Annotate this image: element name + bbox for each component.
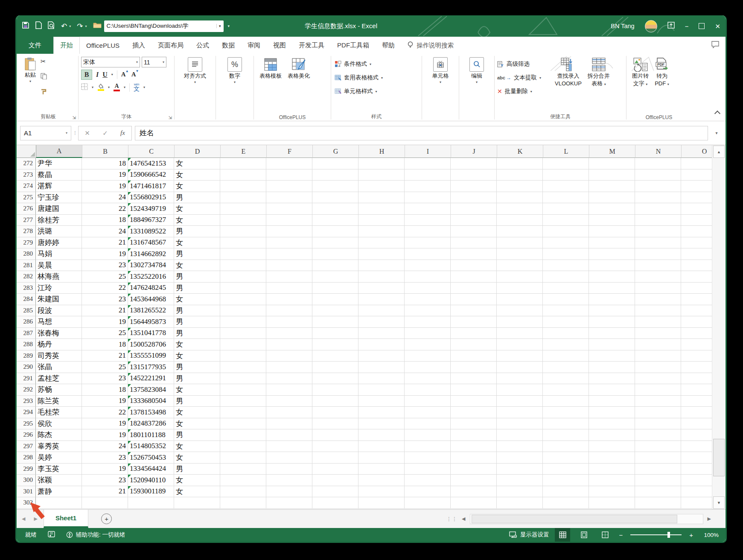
cell-L297[interactable]	[543, 441, 589, 452]
cell-G285[interactable]	[312, 305, 358, 317]
cell-A295[interactable]: 侯欣	[36, 418, 82, 430]
tab-developer[interactable]: 开发工具	[292, 37, 331, 54]
font-name-combo[interactable]: 宋体 ▾	[81, 57, 140, 67]
cell-B276[interactable]: 22	[82, 203, 128, 215]
cell-E283[interactable]	[220, 283, 266, 294]
cell-H282[interactable]	[358, 271, 405, 283]
cell-J297[interactable]	[451, 441, 497, 452]
zoom-level[interactable]: 100%	[699, 532, 719, 538]
borders-caret-icon[interactable]: ▾	[92, 85, 93, 89]
cell-G283[interactable]	[312, 283, 358, 294]
row-header-278[interactable]: 278	[17, 226, 36, 237]
cell-A274[interactable]: 湛辉	[36, 181, 82, 192]
cell-C291[interactable]: 1452221291	[128, 373, 174, 385]
select-all-corner[interactable]	[17, 145, 36, 158]
cell-D282[interactable]: 男	[174, 271, 220, 283]
row-header-272[interactable]: 272	[17, 158, 36, 169]
cell-O292[interactable]	[681, 384, 712, 396]
cell-K291[interactable]	[497, 373, 543, 385]
row-header-292[interactable]: 292	[17, 384, 36, 396]
cell-H283[interactable]	[358, 283, 405, 294]
enter-icon[interactable]: ✓	[102, 129, 108, 137]
column-header-C[interactable]: C	[128, 145, 175, 158]
minimize-button[interactable]: −	[685, 23, 689, 29]
cell-L302[interactable]	[543, 497, 589, 509]
cell-N294[interactable]	[635, 407, 681, 418]
cell-A288[interactable]: 杨丹	[36, 339, 82, 350]
cell-H295[interactable]	[358, 418, 405, 430]
cell-M282[interactable]	[589, 271, 635, 283]
cell-C282[interactable]: 1352522016	[128, 271, 174, 283]
bold-button[interactable]: B	[81, 70, 92, 80]
previous-sheet-icon[interactable]: ◀	[22, 516, 25, 522]
open-folder-icon[interactable]	[93, 22, 102, 30]
cell-O286[interactable]	[681, 316, 712, 328]
cell-H278[interactable]	[358, 226, 405, 237]
cell-K273[interactable]	[497, 169, 543, 181]
cell-B288[interactable]: 18	[82, 339, 128, 350]
cell-J285[interactable]	[451, 305, 497, 317]
cell-I297[interactable]	[405, 441, 451, 452]
cell-O287[interactable]	[681, 328, 712, 339]
cell-C284[interactable]: 1453644968	[128, 294, 174, 305]
cell-K283[interactable]	[497, 283, 543, 294]
row-header-297[interactable]: 297	[17, 441, 36, 452]
cell-K277[interactable]	[497, 215, 543, 226]
cell-I295[interactable]	[405, 418, 451, 430]
cell-K298[interactable]	[497, 452, 543, 464]
cell-N282[interactable]	[635, 271, 681, 283]
cell-A281[interactable]: 吴晨	[36, 260, 82, 271]
cell-K292[interactable]	[497, 384, 543, 396]
cell-O293[interactable]	[681, 396, 712, 407]
cell-H286[interactable]	[358, 316, 405, 328]
cell-C298[interactable]: 1526750453	[128, 452, 174, 464]
cell-O300[interactable]	[681, 475, 712, 486]
column-header-I[interactable]: I	[405, 145, 451, 158]
expand-formula-bar-icon[interactable]: ▾	[711, 131, 722, 135]
cell-M273[interactable]	[589, 169, 635, 181]
cell-M277[interactable]	[589, 215, 635, 226]
cell-F282[interactable]	[266, 271, 312, 283]
cell-J298[interactable]	[451, 452, 497, 464]
cell-C292[interactable]: 1375823084	[128, 384, 174, 396]
cell-N297[interactable]	[635, 441, 681, 452]
undo-icon[interactable]: ↶	[61, 23, 67, 30]
cell-I288[interactable]	[405, 339, 451, 350]
tab-home[interactable]: 开始	[53, 37, 80, 54]
cell-L286[interactable]	[543, 316, 589, 328]
cell-G274[interactable]	[312, 181, 358, 192]
cell-K286[interactable]	[497, 316, 543, 328]
cell-N276[interactable]	[635, 203, 681, 215]
cell-C301[interactable]: 1593001189	[128, 486, 174, 498]
cell-J287[interactable]	[451, 328, 497, 339]
cell-G288[interactable]	[312, 339, 358, 350]
cell-M301[interactable]	[589, 486, 635, 498]
cell-D287[interactable]: 男	[174, 328, 220, 339]
cell-I287[interactable]	[405, 328, 451, 339]
cell-F289[interactable]	[266, 350, 312, 362]
cell-M279[interactable]	[589, 237, 635, 249]
cell-D298[interactable]: 女	[174, 452, 220, 464]
row-header-285[interactable]: 285	[17, 305, 36, 317]
cell-H281[interactable]	[358, 260, 405, 271]
cancel-icon[interactable]: ✕	[84, 129, 90, 137]
cell-H293[interactable]	[358, 396, 405, 407]
cell-M295[interactable]	[589, 418, 635, 430]
format-painter-icon[interactable]	[41, 89, 47, 97]
cell-J300[interactable]	[451, 475, 497, 486]
cell-F293[interactable]	[266, 396, 312, 407]
row-header-275[interactable]: 275	[17, 192, 36, 204]
cell-H274[interactable]	[358, 181, 405, 192]
cell-F294[interactable]	[266, 407, 312, 418]
cell-L273[interactable]	[543, 169, 589, 181]
cell-M300[interactable]	[589, 475, 635, 486]
tell-me-search[interactable]: 操作说明搜索	[407, 37, 454, 54]
cell-D294[interactable]: 女	[174, 407, 220, 418]
cell-H277[interactable]	[358, 215, 405, 226]
cell-A294[interactable]: 毛桂荣	[36, 407, 82, 418]
cell-H299[interactable]	[358, 464, 405, 475]
cell-N301[interactable]	[635, 486, 681, 498]
column-header-A[interactable]: A	[36, 145, 82, 158]
cell-G290[interactable]	[312, 362, 358, 373]
cell-A301[interactable]: 萧静	[36, 486, 82, 498]
